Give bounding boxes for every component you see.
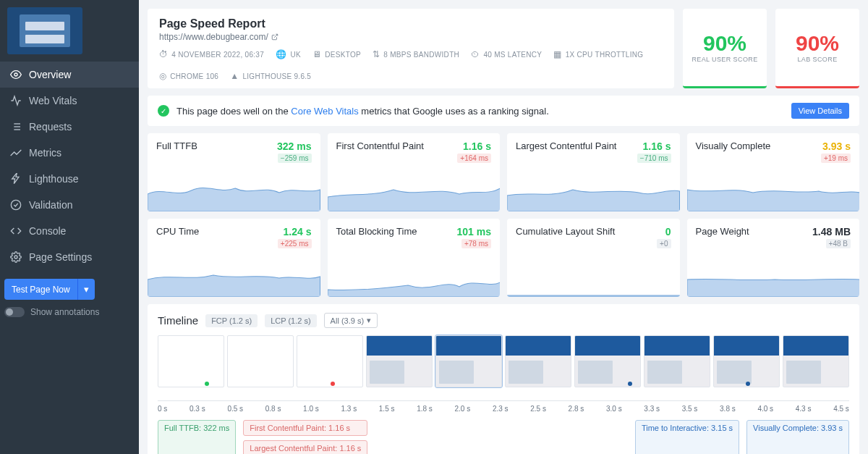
desktop-icon: 🖥	[312, 49, 321, 59]
timeline-frame-7[interactable]	[644, 335, 710, 387]
timeline-axis: 0 s0.3 s0.5 s0.8 s1.0 s1.3 s1.5 s1.8 s2.…	[158, 405, 849, 413]
test-page-dropdown[interactable]: ▾	[77, 279, 95, 300]
timeline-frame-9[interactable]	[783, 335, 849, 387]
sidebar-item-page-settings[interactable]: Page Settings	[0, 244, 139, 270]
sidebar-item-label: Metrics	[29, 147, 61, 159]
axis-tick: 3.5 s	[682, 405, 698, 413]
clock-icon: ⏱	[159, 49, 168, 59]
metric-visually-complete[interactable]: Visually Complete3.93 s+19 ms	[687, 133, 860, 211]
metric-name: First Contentful Paint	[336, 140, 424, 151]
event-vc[interactable]: Visually Complete: 3.93 s	[746, 420, 849, 454]
timeline-frame-8[interactable]	[713, 335, 780, 387]
marker-vc	[746, 382, 750, 386]
metric-first-contentful-paint[interactable]: First Contentful Paint1.16 s+164 ms	[328, 133, 501, 211]
sidebar-item-label: Page Settings	[29, 251, 92, 263]
timeline-frame-0[interactable]	[158, 335, 224, 387]
lcp-chip[interactable]: LCP (1.2 s)	[265, 314, 316, 327]
axis-tick: 3.3 s	[644, 405, 660, 413]
metric-value: 3.93 s	[821, 140, 851, 152]
axis-tick: 0.3 s	[190, 405, 205, 413]
sidebar-item-console[interactable]: Console	[0, 218, 139, 244]
pulse-icon	[10, 95, 22, 106]
globe-icon: 🌐	[276, 49, 286, 59]
timeline-frame-4[interactable]	[435, 335, 502, 387]
sidebar-item-overview[interactable]: Overview	[0, 62, 139, 88]
meta-desktop: 🖥DESKTOP	[312, 49, 361, 59]
sidebar-item-validation[interactable]: Validation	[0, 192, 139, 218]
axis-tick: 3.8 s	[720, 405, 736, 413]
metric-delta: +78 ms	[461, 239, 491, 248]
metric-full-ttfb[interactable]: Full TTFB322 ms−259 ms	[148, 133, 320, 211]
light-icon	[10, 173, 22, 185]
sidebar-item-requests[interactable]: Requests	[0, 114, 139, 140]
timeline-frame-3[interactable]	[366, 335, 433, 387]
timeline-frame-2[interactable]	[297, 335, 363, 387]
sidebar-item-lighthouse[interactable]: Lighthouse	[0, 166, 139, 192]
axis-tick: 1.0 s	[303, 405, 319, 413]
marker-ttfb	[205, 382, 209, 386]
event-ttfb[interactable]: Full TTFB: 322 ms	[158, 420, 236, 454]
metric-delta: +0	[657, 239, 671, 248]
checkmark-icon: ✓	[158, 105, 169, 117]
metric-largest-contentful-paint[interactable]: Largest Contentful Paint1.16 s−710 ms	[507, 133, 680, 211]
metric-name: CPU Time	[156, 226, 199, 237]
axis-tick: 1.8 s	[417, 405, 433, 413]
metric-name: Cumulative Layout Shift	[516, 226, 615, 237]
score-lab[interactable]: 90%LAB SCORE	[775, 9, 859, 88]
show-annotations-toggle[interactable]: Show annotations	[4, 307, 135, 317]
timeline-filter-dropdown[interactable]: All (3.9 s)▾	[324, 313, 378, 328]
metric-delta: +48 B	[826, 239, 851, 248]
axis-tick: 1.5 s	[379, 405, 395, 413]
timeline-frame-6[interactable]	[574, 335, 641, 387]
code-icon	[10, 225, 22, 237]
event-tti[interactable]: Time to Interactive: 3.15 s	[635, 420, 739, 454]
sidebar-item-label: Overview	[29, 69, 71, 80]
axis-tick: 0.8 s	[265, 405, 281, 413]
metric-value: 101 ms	[457, 226, 491, 237]
view-details-button[interactable]: View Details	[791, 103, 849, 119]
score-real[interactable]: 90%REAL USER SCORE	[683, 9, 767, 88]
metric-cumulative-layout-shift[interactable]: Cumulative Layout Shift0+0	[507, 219, 680, 297]
axis-tick: 4.5 s	[833, 405, 849, 413]
marker-fcp	[331, 382, 335, 386]
event-fcp[interactable]: First Contentful Paint: 1.16 s	[243, 420, 367, 436]
test-page-button[interactable]: Test Page Now	[4, 279, 77, 300]
axis-tick: 1.3 s	[341, 405, 357, 413]
svg-point-8	[14, 256, 17, 258]
metric-value: 1.16 s	[637, 140, 671, 152]
sparkline	[328, 258, 501, 297]
page-thumbnail[interactable]	[7, 7, 82, 54]
metric-delta: −259 ms	[278, 154, 312, 163]
metric-name: Page Weight	[696, 226, 749, 237]
eye-icon	[10, 69, 22, 80]
timeline-markers	[158, 382, 849, 392]
meta-cpu: ▦1X CPU THROTTLING	[553, 49, 643, 59]
toggle-switch[interactable]	[4, 307, 25, 317]
metric-value: 1.48 MB	[812, 226, 851, 237]
timeline-title: Timeline	[158, 314, 198, 327]
timeline-frame-5[interactable]	[505, 335, 571, 387]
axis-tick: 2.3 s	[493, 405, 509, 413]
metric-cpu-time[interactable]: CPU Time1.24 s+225 ms	[148, 219, 320, 297]
sidebar-item-metrics[interactable]: Metrics	[0, 140, 139, 166]
lh-icon: ▲	[230, 71, 239, 81]
chrome-icon: ◎	[159, 71, 166, 81]
speed-icon: ⇅	[373, 49, 380, 59]
metric-total-blocking-time[interactable]: Total Blocking Time101 ms+78 ms	[328, 219, 501, 297]
timeline-frame-1[interactable]	[227, 335, 294, 387]
meta-timer: ⏲40 MS LATENCY	[471, 49, 542, 59]
event-lcp[interactable]: Largest Contentful Paint: 1.16 s	[243, 440, 367, 454]
core-web-vitals-link[interactable]: Core Web Vitals	[291, 106, 358, 117]
meta-chrome: ◎CHROME 106	[159, 71, 218, 81]
fcp-chip[interactable]: FCP (1.2 s)	[205, 314, 258, 327]
timeline-section: Timeline FCP (1.2 s) LCP (1.2 s) All (3.…	[148, 304, 859, 454]
sidebar-item-web-vitals[interactable]: Web Vitals	[0, 88, 139, 114]
header-card: Page Speed Report https://www.debugbear.…	[148, 9, 674, 88]
page-url[interactable]: https://www.debugbear.com/	[159, 32, 663, 42]
metric-value: 322 ms	[277, 140, 311, 152]
toggle-label: Show annotations	[30, 307, 99, 317]
metric-page-weight[interactable]: Page Weight1.48 MB+48 B	[687, 219, 860, 297]
chevron-down-icon: ▾	[367, 316, 371, 325]
external-link-icon	[271, 33, 278, 41]
core-web-vitals-banner: ✓ This page does well on the Core Web Vi…	[148, 96, 859, 126]
